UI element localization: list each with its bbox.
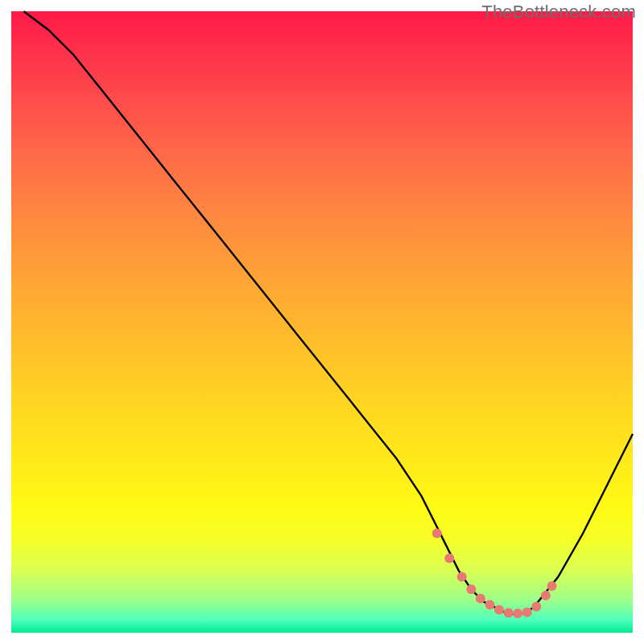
chart-svg	[0, 0, 644, 644]
highlight-dot	[466, 584, 476, 594]
highlight-dot	[531, 602, 541, 612]
highlight-dot	[513, 609, 522, 618]
highlight-dot	[522, 608, 532, 617]
chart-root: TheBottleneck.com	[0, 0, 644, 644]
highlight-dot	[432, 529, 442, 539]
optimal-range-dots	[432, 529, 557, 619]
highlight-dot	[457, 572, 467, 582]
watermark-text: TheBottleneck.com	[481, 2, 636, 23]
highlight-dot	[504, 608, 514, 617]
highlight-dot	[476, 594, 485, 604]
highlight-dot	[485, 600, 494, 609]
highlight-dot	[444, 553, 454, 563]
highlight-dot	[541, 591, 551, 601]
highlight-dot	[547, 581, 557, 591]
bottleneck-curve	[23, 11, 633, 614]
highlight-dot	[494, 605, 504, 614]
